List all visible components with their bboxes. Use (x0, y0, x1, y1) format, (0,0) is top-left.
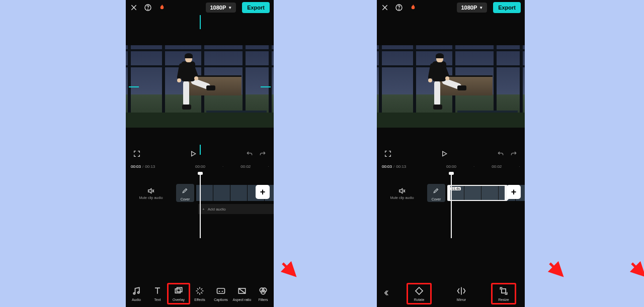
play-icon[interactable] (440, 150, 448, 158)
top-bar: 1080P ▼ Export (377, 0, 525, 15)
tool-effects[interactable]: Effects (189, 286, 210, 301)
timeline[interactable]: Mute clip audio Cover + Add audio (126, 173, 274, 238)
captions-icon (216, 286, 226, 296)
add-clip-button[interactable]: + (507, 185, 521, 199)
tool-audio[interactable]: Audio (126, 286, 147, 301)
sparkle-icon (195, 286, 205, 296)
bottom-toolbar: Rotate Mirror Resize (377, 280, 525, 307)
plus-icon: + (202, 207, 205, 212)
timeline[interactable]: Mute clip audio Cover 11.4s (377, 173, 525, 238)
filters-icon (258, 286, 268, 296)
close-icon[interactable] (381, 4, 389, 12)
cover-thumb[interactable]: Cover (427, 184, 445, 202)
screenshot-left: 1080P ▼ Export (126, 0, 274, 307)
svg-point-2 (133, 292, 135, 294)
edit-icon (433, 187, 440, 194)
resize-icon (499, 286, 509, 296)
tool-rotate[interactable]: Rotate (401, 286, 437, 301)
svg-point-12 (398, 9, 399, 10)
tool-overlay[interactable]: Overlay (168, 286, 189, 301)
play-icon[interactable] (189, 150, 197, 158)
text-icon (152, 286, 163, 296)
redo-icon[interactable] (259, 150, 267, 158)
playhead[interactable] (451, 173, 452, 238)
playback-controls (377, 128, 525, 163)
music-icon (131, 286, 141, 296)
undo-icon[interactable] (246, 150, 254, 158)
speaker-mute-icon (147, 187, 155, 195)
aspect-icon (237, 286, 247, 296)
mirror-icon (456, 286, 466, 296)
resolution-button[interactable]: 1080P ▼ (457, 3, 487, 13)
fullscreen-icon[interactable] (133, 150, 141, 158)
mute-clip-audio[interactable]: Mute clip audio (377, 187, 427, 199)
preview-spacer (126, 15, 274, 45)
resolution-label: 1080P (461, 5, 477, 11)
playhead[interactable] (200, 173, 201, 238)
preview-scene (126, 45, 274, 128)
clip-selection[interactable]: 11.4s (447, 185, 508, 201)
toolbar-back[interactable] (380, 289, 394, 298)
tool-text[interactable]: Text (147, 286, 168, 301)
cover-thumb[interactable]: Cover (176, 184, 194, 202)
top-bar: 1080P ▼ Export (126, 0, 274, 15)
redo-icon[interactable] (510, 150, 518, 158)
guide-arrow (629, 260, 644, 280)
time-current: 00:03 (131, 164, 141, 169)
chevron-left-icon (383, 289, 391, 297)
mute-clip-audio[interactable]: Mute clip audio (126, 187, 176, 199)
overlay-icon (174, 286, 184, 296)
help-icon[interactable] (144, 4, 152, 12)
rotate-icon (414, 286, 424, 296)
tool-filters[interactable]: Filters (253, 286, 274, 301)
svg-rect-5 (177, 287, 182, 291)
speaker-mute-icon (398, 187, 406, 195)
flame-icon[interactable] (409, 4, 417, 12)
time-total: 00:13 (145, 164, 155, 169)
caret-down-icon: ▼ (228, 6, 232, 10)
clip-duration: 11.4s (450, 187, 461, 190)
time-ruler[interactable]: 00:03 / 00:13 00:00 · 00:02 · 00:04 (126, 163, 274, 170)
svg-point-1 (147, 9, 148, 10)
add-audio-row[interactable]: + Add audio (198, 204, 274, 214)
close-icon[interactable] (130, 4, 138, 12)
svg-rect-14 (502, 288, 506, 292)
edit-icon (182, 187, 189, 194)
screenshot-right: 1080P ▼ Export (377, 0, 525, 307)
tool-aspect-ratio[interactable]: Aspect ratio (231, 286, 253, 301)
guide-arrow (547, 260, 567, 280)
guide-arrow (280, 260, 300, 280)
svg-rect-13 (416, 287, 423, 294)
svg-point-3 (138, 291, 139, 293)
add-clip-button[interactable]: + (256, 185, 270, 199)
caret-down-icon: ▼ (479, 6, 483, 10)
svg-rect-4 (175, 288, 180, 292)
svg-rect-6 (217, 288, 225, 293)
resolution-button[interactable]: 1080P ▼ (206, 3, 236, 13)
flame-icon[interactable] (158, 4, 166, 12)
fullscreen-icon[interactable] (384, 150, 392, 158)
bottom-toolbar: Audio Text Overlay Effects Captions (126, 280, 274, 307)
ruler-marks: 00:00 · 00:02 · 00:04 (195, 164, 274, 169)
undo-icon[interactable] (497, 150, 505, 158)
resolution-label: 1080P (210, 5, 226, 11)
export-button[interactable]: Export (242, 2, 270, 13)
video-preview[interactable] (126, 45, 274, 128)
tool-captions[interactable]: Captions (210, 286, 231, 301)
help-icon[interactable] (395, 4, 403, 12)
preview-spacer (377, 15, 525, 45)
tool-mirror[interactable]: Mirror (444, 286, 479, 301)
playback-controls (126, 128, 274, 163)
time-ruler[interactable]: 00:03 / 00:13 00:00· 00:02· 00:04 (377, 163, 525, 170)
video-preview[interactable] (377, 45, 525, 128)
export-button[interactable]: Export (493, 2, 521, 13)
tool-resize[interactable]: Resize (486, 286, 521, 301)
